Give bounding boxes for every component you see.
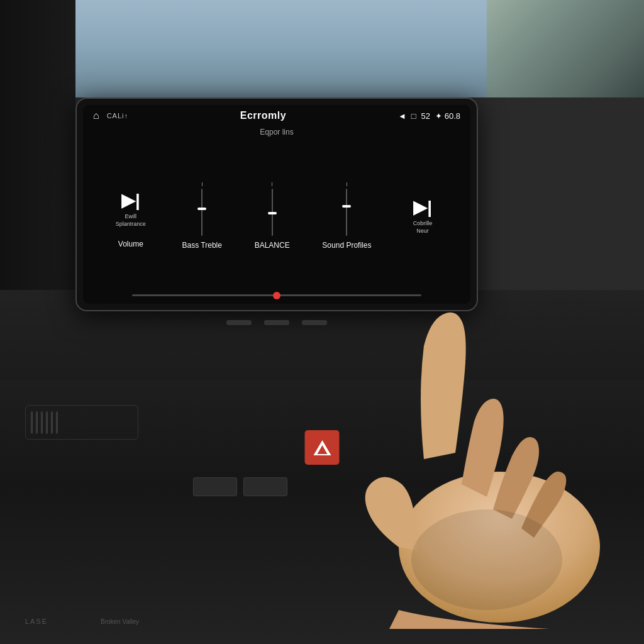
audio-controls: ▶| Ewill Splantrance Volume Bass Treble [83,142,470,291]
balance-dot[interactable] [273,292,280,299]
sound-tick-top [347,182,347,186]
arrow-left-icon[interactable]: ◄ [398,111,406,121]
balance-bar[interactable] [132,294,422,296]
hazard-triangle-outer [313,440,331,455]
status-extra: ✦ 60.8 [435,111,460,121]
skip-forward-icon-area: ▶| Cobrille Neur [404,191,441,242]
vent-fin-2 [36,411,38,434]
home-icon[interactable]: ⌂ [93,110,99,121]
hw-btn-3[interactable] [302,320,327,325]
sound-profiles-track[interactable] [346,189,347,236]
hw-btn-2[interactable] [264,320,289,325]
console-btn-1[interactable] [193,477,237,496]
skip-forward-sub-label: Cobrille Neur [413,220,433,235]
vent-fin-1 [31,411,33,434]
bass-treble-control[interactable]: Bass Treble [182,182,222,250]
volume-skip-icon: ▶| [121,190,140,211]
status-number: 52 [421,111,430,121]
screen-title: Ecrromly [128,110,398,121]
hazard-triangle-inner [317,445,327,454]
top-right-panel [487,0,644,97]
bass-treble-handle[interactable] [197,208,206,210]
balance-tick-top [272,182,272,186]
left-vent [25,405,138,440]
bass-treble-slider-area[interactable] [201,182,203,236]
sound-profiles-slider-area[interactable] [346,182,347,236]
infotainment-screen-bezel: ⌂ CALi↑ Ecrromly ◄ □ 52 ✦ 60.8 Eqpor lin… [75,97,478,311]
balance-track[interactable] [272,189,273,236]
vent-fin-3 [41,411,43,434]
vent-fin-4 [46,411,48,434]
bass-treble-label: Bass Treble [182,241,222,250]
vent-fin-5 [51,411,53,434]
window-area [38,0,509,97]
balance-control[interactable]: BALANCE [255,182,290,250]
console-btn-2[interactable] [243,477,287,496]
broken-valley-label: Broken Valley [101,618,139,625]
dashboard-lower: LASE Broken Valley [0,380,644,644]
status-right: ◄ □ 52 ✦ 60.8 [398,111,460,121]
sound-profiles-control[interactable]: Sound Profiles [322,182,371,250]
console-buttons [193,477,287,496]
volume-label: Volume [118,240,143,248]
infotainment-screen: ⌂ CALi↑ Ecrromly ◄ □ 52 ✦ 60.8 Eqpor lin… [83,105,470,304]
subtitle-bar: Eqpor lins [83,126,470,142]
hw-btn-1[interactable] [226,320,252,325]
skip-forward-control[interactable]: ▶| Cobrille Neur [404,191,441,242]
hardware-buttons [226,320,327,325]
skip-forward-icon: ▶| [413,197,432,218]
lase-label: LASE [25,618,48,625]
volume-sub-label: Ewill Splantrance [116,213,146,228]
vent-fin-6 [56,411,58,434]
volume-control[interactable]: ▶| Ewill Splantrance Volume [112,184,150,248]
balance-slider-area[interactable] [272,182,273,236]
hazard-button[interactable] [305,430,340,465]
tick-top [202,182,203,186]
call-indicator: CALi↑ [107,112,128,119]
balance-bar-area [83,291,470,304]
status-left: ⌂ CALi↑ [93,110,128,121]
volume-icon-area: ▶| Ewill Splantrance [112,184,150,235]
balance-handle[interactable] [268,212,277,214]
display-icon: □ [411,111,416,121]
sound-profiles-label: Sound Profiles [322,241,371,250]
balance-label: BALANCE [255,241,290,250]
bass-treble-track[interactable] [201,189,203,236]
sound-profiles-handle[interactable] [342,205,351,208]
status-bar: ⌂ CALi↑ Ecrromly ◄ □ 52 ✦ 60.8 [83,105,470,126]
